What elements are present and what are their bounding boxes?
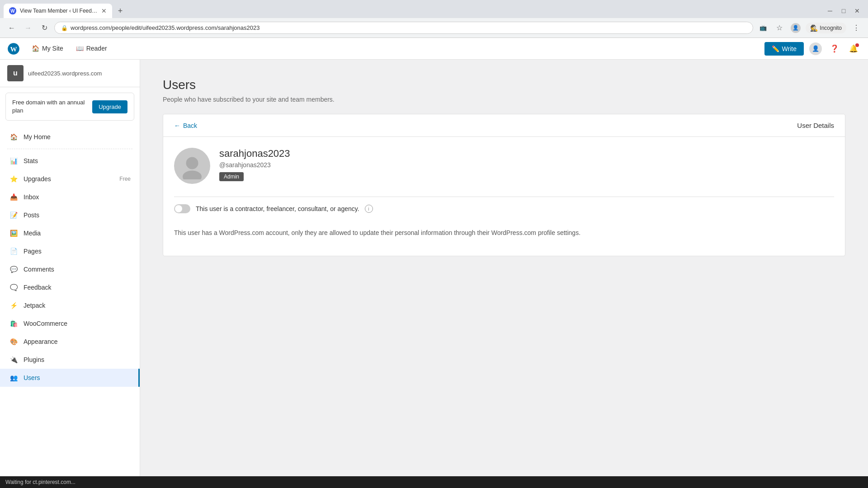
sidebar-item-media[interactable]: 🖼️ Media	[0, 224, 140, 242]
nav-my-site[interactable]: 🏠 My Site	[25, 38, 70, 60]
upgrades-icon: ⭐	[9, 174, 18, 183]
contractor-toggle[interactable]	[174, 204, 190, 213]
toggle-knob	[175, 205, 182, 212]
browser-chrome: W View Team Member ‹ UI Feed Bu... ✕ + ─…	[0, 0, 868, 38]
sidebar: u uifeed20235.wordpress.com Free domain …	[0, 60, 140, 476]
back-arrow-icon: ←	[174, 122, 180, 129]
sidebar-label-stats: Stats	[24, 157, 131, 164]
incognito-button[interactable]: 🕵️ Incognito	[806, 23, 846, 33]
help-button[interactable]: ❓	[827, 42, 842, 56]
upgrade-banner-text: Free domain with an annual plan	[12, 99, 92, 115]
sidebar-item-upgrades[interactable]: ⭐ Upgrades Free	[0, 170, 140, 188]
sidebar-site-info: u uifeed20235.wordpress.com	[0, 60, 140, 87]
reload-button[interactable]: ↻	[38, 22, 51, 34]
profile-icon[interactable]: 👤	[789, 22, 802, 34]
card-header-title: User Details	[797, 122, 834, 129]
sidebar-label-users: Users	[24, 374, 129, 381]
sidebar-label-appearance: Appearance	[24, 338, 131, 345]
sidebar-label-my-home: My Home	[24, 133, 131, 141]
sidebar-item-my-home[interactable]: 🏠 My Home	[0, 128, 140, 146]
site-name: uifeed20235.wordpress.com	[28, 70, 102, 77]
feedback-icon: 🗨️	[9, 283, 18, 292]
close-window-button[interactable]: ✕	[852, 5, 863, 16]
back-label: Back	[183, 122, 197, 129]
maximize-button[interactable]: □	[838, 5, 849, 16]
card-header: ← Back User Details	[163, 114, 845, 137]
svg-point-2	[186, 157, 198, 169]
nav-reader[interactable]: 📖 Reader	[70, 38, 113, 60]
url-bar[interactable]: 🔒 wordpress.com/people/edit/uifeed20235.…	[54, 22, 753, 34]
sidebar-item-feedback[interactable]: 🗨️ Feedback	[0, 278, 140, 296]
user-role-badge: Admin	[219, 172, 244, 181]
card-body: sarahjonas2023 @sarahjonas2023 Admin Thi…	[163, 137, 845, 256]
user-profile: sarahjonas2023 @sarahjonas2023 Admin	[174, 148, 834, 184]
contractor-row: This user is a contractor, freelancer, c…	[174, 197, 834, 221]
active-tab[interactable]: W View Team Member ‹ UI Feed Bu... ✕	[4, 4, 112, 18]
back-button[interactable]: ←	[5, 22, 18, 34]
browser-toolbar: ← → ↻ 🔒 wordpress.com/people/edit/uifeed…	[0, 18, 868, 38]
sidebar-label-posts: Posts	[24, 211, 131, 219]
minimize-button[interactable]: ─	[825, 5, 835, 16]
sidebar-label-media: Media	[24, 230, 131, 237]
plugins-icon: 🔌	[9, 355, 18, 364]
sidebar-item-pages[interactable]: 📄 Pages	[0, 242, 140, 260]
woocommerce-icon: 🛍️	[9, 319, 18, 328]
more-menu-button[interactable]: ⋮	[850, 22, 863, 34]
jetpack-icon: ⚡	[9, 301, 18, 310]
sidebar-label-inbox: Inbox	[24, 193, 131, 201]
app-body: u uifeed20235.wordpress.com Free domain …	[0, 60, 868, 476]
notifications-button[interactable]: 🔔	[846, 42, 861, 56]
new-tab-button[interactable]: +	[114, 5, 127, 17]
sidebar-navigation: 🏠 My Home 📊 Stats ⭐ Upgrades Free 📥 Inbo…	[0, 126, 140, 476]
sidebar-label-comments: Comments	[24, 266, 131, 273]
tab-bar: W View Team Member ‹ UI Feed Bu... ✕ + ─…	[0, 0, 868, 18]
sidebar-label-plugins: Plugins	[24, 356, 131, 363]
contractor-info-icon[interactable]: i	[365, 205, 373, 213]
users-icon: 👥	[9, 373, 18, 382]
nav-reader-label: Reader	[86, 45, 107, 52]
sidebar-item-users[interactable]: 👥 Users	[0, 369, 140, 387]
sidebar-item-stats[interactable]: 📊 Stats	[0, 152, 140, 170]
user-info: sarahjonas2023 @sarahjonas2023 Admin	[219, 148, 290, 181]
tab-favicon: W	[9, 7, 16, 14]
user-details-card: ← Back User Details sarahjonas2023 @s	[163, 114, 845, 256]
nav-my-site-label: My Site	[42, 45, 63, 52]
sidebar-item-appearance[interactable]: 🎨 Appearance	[0, 333, 140, 351]
lock-icon: 🔒	[61, 25, 68, 31]
sidebar-label-upgrades: Upgrades	[24, 175, 114, 183]
appearance-icon: 🎨	[9, 337, 18, 346]
back-link[interactable]: ← Back	[174, 122, 197, 129]
main-content: Users People who have subscribed to your…	[140, 60, 868, 476]
page-title: Users	[163, 78, 845, 92]
comments-icon: 💬	[9, 265, 18, 274]
sidebar-item-comments[interactable]: 💬 Comments	[0, 260, 140, 278]
stats-icon: 📊	[9, 156, 18, 165]
wp-logo[interactable]: W	[7, 42, 20, 55]
user-account-button[interactable]: 👤	[808, 42, 823, 56]
page-subtitle: People who have subscribed to your site …	[163, 96, 845, 103]
upgrade-button[interactable]: Upgrade	[92, 100, 127, 113]
svg-text:W: W	[10, 45, 17, 52]
posts-icon: 📝	[9, 211, 18, 220]
sidebar-item-plugins[interactable]: 🔌 Plugins	[0, 351, 140, 369]
incognito-label: Incognito	[820, 25, 842, 31]
sidebar-item-posts[interactable]: 📝 Posts	[0, 206, 140, 224]
forward-button[interactable]: →	[22, 22, 34, 34]
user-handle: @sarahjonas2023	[219, 161, 290, 169]
url-text: wordpress.com/people/edit/uifeed20235.wo…	[71, 24, 746, 31]
sidebar-item-inbox[interactable]: 📥 Inbox	[0, 188, 140, 206]
wp-account-note: This user has a WordPress.com account, o…	[174, 221, 834, 245]
sidebar-item-jetpack[interactable]: ⚡ Jetpack	[0, 296, 140, 314]
media-icon: 🖼️	[9, 229, 18, 238]
upgrades-badge: Free	[119, 176, 131, 182]
sidebar-label-woocommerce: WooCommerce	[24, 320, 131, 327]
close-tab-button[interactable]: ✕	[101, 7, 107, 14]
sidebar-item-woocommerce[interactable]: 🛍️ WooCommerce	[0, 314, 140, 333]
sidebar-label-feedback: Feedback	[24, 284, 131, 291]
cast-icon[interactable]: 📺	[757, 22, 769, 34]
write-button[interactable]: ✏️ Write	[764, 42, 804, 56]
user-name: sarahjonas2023	[219, 148, 290, 160]
user-avatar	[174, 148, 210, 184]
pages-icon: 📄	[9, 247, 18, 256]
bookmark-icon[interactable]: ☆	[773, 22, 786, 34]
